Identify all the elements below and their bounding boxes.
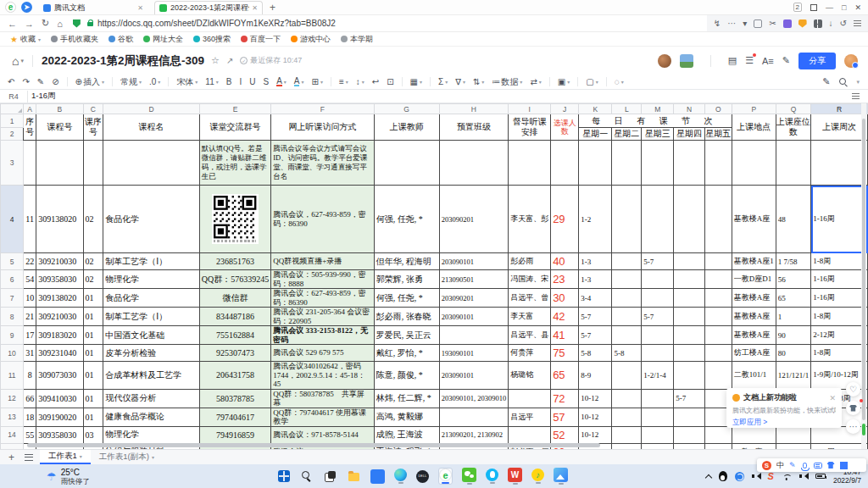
cell-M10[interactable] (642, 345, 674, 362)
toolbar-underline[interactable]: U (249, 77, 255, 86)
bookmark-0[interactable]: ★ 收藏▾ (10, 34, 41, 45)
wifi-icon[interactable] (782, 473, 792, 480)
row-header-2[interactable]: 2 (1, 128, 24, 141)
header-day-1[interactable]: 星期一 (579, 128, 612, 141)
cell-K6[interactable]: 1-3 (579, 270, 612, 289)
pen-icon[interactable]: ✎ (822, 76, 830, 87)
cell-E4[interactable] (199, 186, 270, 253)
keyboard-icon[interactable] (814, 463, 822, 469)
cell-F7[interactable]: 腾讯会议：627-493-859，密码：86390 (271, 289, 374, 308)
cell-E13[interactable]: 797404617 (199, 408, 270, 426)
cell-A10[interactable]: 31 (24, 345, 36, 362)
cell-I9[interactable]: 吕远平、县 (509, 326, 551, 345)
toolbar-sum[interactable]: Σ▾ (438, 77, 448, 86)
formula-value[interactable]: 1-16周 (31, 91, 56, 102)
cell-B12[interactable]: 309410030 (36, 389, 83, 408)
browser-tab-1[interactable]: 2022-2023-1第2周课程信息-3 ✕ (154, 1, 263, 14)
cell-B13[interactable]: 309190020 (36, 408, 83, 426)
apps-grid-icon[interactable] (814, 19, 822, 28)
header-q[interactable]: 上课座位数 (776, 114, 811, 141)
cell-F9[interactable]: 腾讯会议 333-2153-8122，无密码 (271, 326, 374, 345)
bookmark-5[interactable]: 百度一下 (241, 34, 281, 45)
edit-permission-icon[interactable]: ✎ (782, 55, 790, 66)
voice-input-icon[interactable] (803, 463, 807, 469)
cell-empty[interactable] (24, 141, 36, 186)
cell-R7[interactable]: 1-16周 (811, 289, 868, 308)
cell-N5[interactable] (674, 253, 704, 270)
cell-M6[interactable] (642, 270, 674, 289)
user-avatar[interactable] (844, 54, 858, 68)
cell-B5[interactable]: 309210030 (36, 253, 83, 270)
cell-E7[interactable]: 微信群 (199, 289, 270, 308)
header-h[interactable]: 预置班级 (439, 114, 509, 141)
cell-R15[interactable]: 2-12周 (811, 443, 868, 449)
cell-P4[interactable]: 基教楼A座 (732, 186, 776, 253)
cell-K4[interactable]: 1-2 (579, 186, 612, 253)
cell-N8[interactable] (674, 308, 704, 326)
cell-H11[interactable]: 203090101 (439, 362, 509, 390)
header-b[interactable]: 课程号 (36, 114, 83, 141)
task-list-icon[interactable]: ▤ (728, 55, 737, 66)
reader-mode-icon[interactable] (754, 19, 762, 28)
cell-J10[interactable]: 75 (551, 345, 579, 362)
skin-icon[interactable] (827, 462, 835, 469)
header-day-3[interactable]: 星期三 (642, 128, 674, 141)
formula-bar-menu-icon[interactable] (852, 93, 860, 99)
header-c[interactable]: 课序号 (83, 114, 103, 141)
taskbar-edge-browser-button[interactable] (394, 469, 407, 484)
popup-apply-link[interactable]: 立即应用 > (732, 418, 836, 428)
download-icon[interactable]: ↓ (829, 19, 833, 28)
panel-icon[interactable] (810, 4, 817, 11)
cell-B10[interactable]: 309231040 (36, 345, 83, 362)
cell-G7[interactable]: 何强, 任尧, * (374, 289, 439, 308)
cell-B9[interactable]: 309183020 (36, 326, 83, 345)
360-safe-tray-icon[interactable] (735, 472, 744, 481)
collaborator-avatar[interactable] (658, 54, 671, 68)
cell-M15[interactable] (642, 443, 674, 449)
cell-P11[interactable]: 二教101/1 (732, 362, 776, 390)
cell-A12[interactable]: 66 (24, 389, 36, 408)
header-e[interactable]: 课堂交流群号 (199, 114, 270, 141)
cell-M13[interactable] (642, 408, 674, 426)
cell-Q8[interactable]: 1 (776, 308, 811, 326)
cell-empty[interactable] (674, 141, 704, 186)
cell-L7[interactable] (612, 289, 642, 308)
bookmark-2[interactable]: 谷歌 (108, 34, 133, 45)
cell-empty[interactable] (509, 141, 551, 186)
cell-empty[interactable] (83, 141, 103, 186)
taskbar-file-explorer-button[interactable] (347, 469, 361, 484)
cell-F5[interactable]: QQ群视频直播+录播 (271, 253, 374, 270)
cell-O10[interactable] (704, 345, 732, 362)
toolbar-font-family[interactable]: 宋体▾ (176, 76, 198, 88)
taskbar-microsoft-store-button[interactable] (370, 469, 385, 484)
cell-C14[interactable]: 03 (83, 426, 103, 443)
search-icon[interactable] (838, 77, 848, 86)
column-header-A[interactable]: A (24, 104, 36, 114)
cell-B7[interactable]: 309138020 (36, 289, 83, 308)
cell-F10[interactable]: 腾讯会议 529 679 575 (271, 345, 374, 362)
header-day-4[interactable]: 星期四 (674, 128, 704, 141)
cell-Q14[interactable] (776, 426, 811, 443)
cell-R5[interactable]: 1-8周 (811, 253, 868, 270)
cell-I4[interactable]: 李天富、彭 (509, 186, 551, 253)
cell-P6[interactable]: 一教D座D1 (732, 270, 776, 289)
like-heart-button[interactable]: ♡ (846, 382, 860, 396)
column-header-F[interactable]: F (271, 104, 374, 114)
cell-J6[interactable]: 23 (551, 270, 579, 289)
dropdown-caret-icon[interactable]: ▾ (743, 19, 747, 28)
cell-C10[interactable]: 01 (83, 345, 103, 362)
bookmark-3[interactable]: 网址大全 (143, 34, 183, 45)
minimize-button[interactable]: — (826, 3, 833, 12)
cell-C12[interactable]: 01 (83, 389, 103, 408)
cell-M8[interactable]: 5-7 (642, 308, 674, 326)
open-in-icon[interactable]: ↗ (226, 56, 233, 65)
cell-P15[interactable]: 一教A座A4 (732, 443, 776, 449)
tab-close-icon[interactable]: ✕ (252, 4, 258, 12)
sogou-input-tray-icon[interactable]: S (768, 471, 774, 481)
cell-F14[interactable]: 腾讯会议：971-8578-5144 (271, 426, 374, 443)
audio-device-icon[interactable] (752, 472, 760, 480)
cell-I7[interactable]: 吕远平、曾 (509, 289, 551, 308)
cell-F11[interactable]: 腾讯会议340102642，密码1744，2002.9.5.14：45-18：4… (271, 362, 374, 390)
cell-O9[interactable] (704, 326, 732, 345)
cell-A13[interactable]: 18 (24, 408, 36, 426)
